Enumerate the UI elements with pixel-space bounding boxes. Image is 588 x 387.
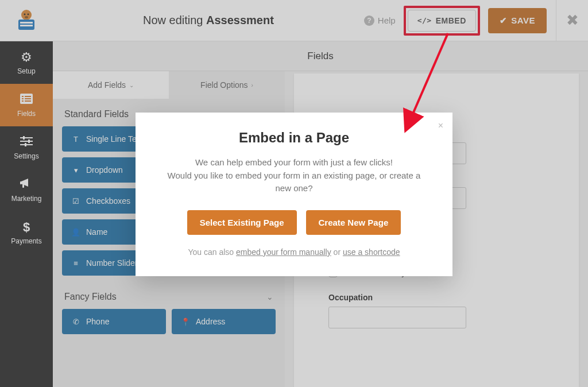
modal-close-button[interactable]: ×	[438, 121, 443, 131]
close-icon: ×	[438, 121, 443, 130]
modal-line1: We can help embed your form with just a …	[195, 157, 393, 167]
embed-modal: × Embed in a Page We can help embed your…	[136, 113, 452, 276]
use-shortcode-link[interactable]: use a shortcode	[343, 247, 400, 257]
select-existing-page-button[interactable]: Select Existing Page	[187, 210, 297, 235]
modal-title: Embed in a Page	[164, 130, 424, 146]
modal-line2: Would you like to embed your form in an …	[168, 171, 421, 194]
footer-mid: or	[331, 247, 343, 257]
footer-pre: You can also	[188, 247, 236, 257]
modal-text: We can help embed your form with just a …	[164, 156, 424, 195]
modal-footer: You can also embed your form manually or…	[164, 247, 424, 257]
embed-manually-link[interactable]: embed your form manually	[236, 247, 331, 257]
create-new-page-button[interactable]: Create New Page	[306, 210, 401, 235]
